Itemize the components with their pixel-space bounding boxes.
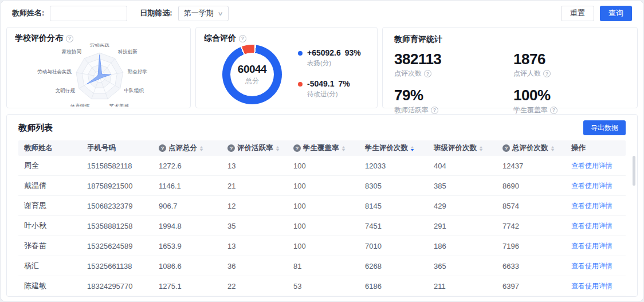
table-cell: 15325661138: [81, 262, 153, 270]
table-cell: 15158582118: [81, 162, 153, 170]
view-details-link[interactable]: 查看使用详情: [571, 282, 612, 290]
table-cell: 6397: [497, 282, 566, 291]
view-details-link[interactable]: 查看使用详情: [571, 222, 612, 230]
radar-axis-label: 文明行规: [56, 88, 76, 93]
help-icon[interactable]: ?: [502, 144, 510, 152]
date-filter-select[interactable]: 第一学期 ∨: [178, 6, 229, 21]
summary-cards-row: 学校评价分布 ? 劳动实践科技创新勤奋好学中队组织艺术美感体育锻炼文明行规劳动与…: [6, 27, 638, 108]
column-header-4[interactable]: ?评价活跃率▲▼: [222, 143, 288, 153]
table-row: 张春苗153256245891653.91310070101867196查看使用…: [18, 236, 626, 256]
column-header-6[interactable]: 学生评价次数▲▼: [359, 143, 428, 153]
sort-desc-icon: ▼: [478, 148, 484, 151]
column-header-7[interactable]: 班级评价次数▲▼: [428, 143, 497, 153]
help-icon[interactable]: ?: [159, 144, 166, 152]
table-row: 戴温倩187589215001146.12110083053858690查看使用…: [18, 176, 626, 196]
column-header-2: 手机号码: [81, 143, 153, 153]
stat-item: 100%学生覆盖率?: [513, 88, 626, 115]
legend-dot: [298, 51, 303, 56]
reset-button[interactable]: 重置: [561, 6, 594, 21]
view-details-link[interactable]: 查看使用详情: [571, 182, 612, 190]
table-cell: 6633: [497, 262, 566, 270]
table-cell: 7451: [359, 222, 428, 230]
table-scrollbar[interactable]: [633, 156, 635, 186]
sort-desc-icon: ▼: [199, 148, 204, 151]
sort-icon[interactable]: ▲▼: [479, 146, 483, 151]
table-cell: 1653.9: [153, 242, 222, 250]
sort-icon[interactable]: ▲▼: [276, 146, 280, 151]
dashboard-panel: 教师姓名: 日期筛选: 第一学期 ∨ 重置 查询 学校评价分布 ? 劳动实践科技…: [0, 0, 644, 302]
teacher-list-card: 教师列表 导出数据 教师姓名手机号码?点评总分▲▼?评价活跃率▲▼?学生覆盖率▲…: [6, 114, 638, 297]
view-details-link[interactable]: 查看使用详情: [571, 242, 612, 250]
table-cell: 12437: [497, 162, 566, 170]
radar-axis-label: 勤奋好学: [128, 69, 148, 74]
table-cell: 12033: [359, 162, 428, 170]
overall-evaluation-card: 综合评价 ? 60044 总分 +65092.693%表扬(分)-5049.17…: [195, 27, 378, 108]
donut-center: 60044 总分: [230, 53, 274, 96]
column-header-3[interactable]: ?点评总分▲▼: [153, 143, 222, 153]
table-cell: 13: [222, 162, 288, 170]
view-details-link[interactable]: 查看使用详情: [571, 202, 612, 210]
search-button[interactable]: 查询: [600, 6, 632, 21]
legend-label: 待改进(分): [307, 90, 350, 99]
help-icon[interactable]: ?: [550, 107, 557, 114]
table-cell: 12: [222, 202, 288, 210]
sort-icon[interactable]: ▲▼: [410, 146, 414, 151]
legend-label: 表扬(分): [307, 59, 361, 68]
radar-chart-svg: 劳动实践科技创新勤奋好学中队组织艺术美感体育锻炼文明行规劳动与社会实践家校协同: [7, 44, 190, 107]
column-header-5[interactable]: ?学生覆盖率▲▼: [288, 143, 359, 153]
help-icon[interactable]: ?: [66, 35, 73, 42]
stat-label: 点评人数?: [513, 69, 626, 79]
column-label: 学生覆盖率: [303, 143, 339, 153]
help-icon[interactable]: ?: [227, 144, 235, 152]
column-label: 操作: [571, 143, 586, 153]
help-icon[interactable]: ?: [239, 35, 246, 42]
table-cell: 36: [222, 262, 288, 270]
help-icon[interactable]: ?: [431, 107, 438, 114]
table-cell-actions: 查看使用详情: [566, 241, 626, 251]
stat-item: 1876点评人数?: [513, 52, 626, 79]
table-cell: 53: [288, 282, 359, 291]
help-icon[interactable]: ?: [424, 70, 431, 77]
export-data-button[interactable]: 导出数据: [583, 120, 626, 135]
help-icon[interactable]: ?: [543, 70, 551, 77]
table-cell: 1086.6: [153, 262, 222, 270]
table-cell: 戴温倩: [18, 181, 81, 191]
table-cell-actions: 查看使用详情: [566, 181, 626, 191]
legend-value: +65092.693%: [307, 48, 361, 57]
column-header-8[interactable]: ?总评价次数▲▼: [497, 143, 566, 153]
filter-bar: 教师姓名: 日期筛选: 第一学期 ∨ 重置 查询: [1, 1, 643, 26]
radar-axis-label: 家校协同: [62, 49, 81, 54]
help-icon[interactable]: ?: [293, 144, 301, 152]
sort-icon[interactable]: ▲▼: [199, 146, 203, 151]
stats-grid: 382113点评次数?1876点评人数?79%教师活跃率?100%学生覆盖率?: [394, 52, 626, 115]
stats-card-title: 教师育评统计: [394, 34, 442, 45]
table-cell: 陈建敏: [18, 281, 81, 291]
view-details-link[interactable]: 查看使用详情: [571, 162, 612, 170]
column-header-9: 操作: [566, 143, 626, 153]
table-cell: 18758921500: [81, 182, 153, 190]
sort-icon[interactable]: ▲▼: [341, 146, 345, 151]
table-cell: 8574: [497, 202, 566, 210]
table-cell-actions: 查看使用详情: [566, 161, 626, 171]
teacher-name-label: 教师姓名:: [12, 8, 44, 18]
view-details-link[interactable]: 查看使用详情: [571, 262, 612, 270]
radar-chart: 劳动实践科技创新勤奋好学中队组织艺术美感体育锻炼文明行规劳动与社会实践家校协同: [7, 44, 190, 107]
table-cell: 7196: [497, 242, 566, 250]
table-cell: 1146.1: [153, 182, 222, 190]
stat-label: 点评次数?: [394, 69, 513, 79]
chevron-down-icon: ∨: [218, 10, 223, 17]
date-filter-value: 第一学期: [184, 8, 214, 18]
table-cell: 291: [428, 222, 497, 230]
table-cell: 杨汇: [18, 261, 81, 271]
sort-desc-icon: ▼: [410, 148, 415, 151]
donut-total-value: 60044: [238, 63, 266, 76]
teacher-name-input[interactable]: [50, 6, 127, 21]
stat-item: 79%教师活跃率?: [394, 88, 513, 115]
column-label: 总评价次数: [512, 143, 548, 153]
table-cell: 404: [428, 162, 497, 170]
sort-icon[interactable]: ▲▼: [551, 146, 555, 151]
table-body: 周全151585821181272.6131001203340412437查看使…: [18, 156, 626, 296]
sort-desc-icon: ▼: [274, 148, 280, 151]
table-row: 杨汇153256611381086.6368162683656633查看使用详情: [18, 256, 626, 276]
table-row: 叶小秋153588812581994.83510074512917742查看使用…: [18, 216, 626, 236]
